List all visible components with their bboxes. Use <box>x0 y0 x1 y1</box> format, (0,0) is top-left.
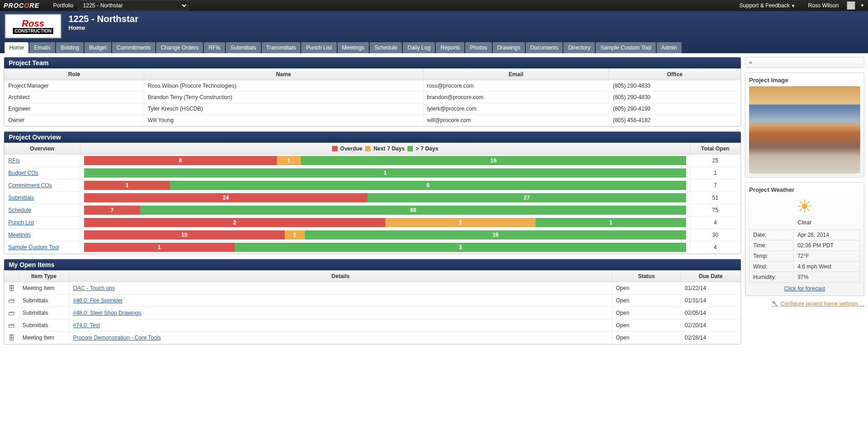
weather-row: Humidity:37% <box>750 272 860 283</box>
overview-bar: 16 <box>84 181 686 190</box>
avatar[interactable] <box>847 1 855 10</box>
project-team-panel: Project Team RoleNameEmailOffice Project… <box>4 57 741 127</box>
project-image-panel: Project Image <box>745 72 864 178</box>
overview-bar: 10119 <box>84 230 686 240</box>
tab-photos[interactable]: Photos <box>465 42 491 53</box>
breadcrumb: Home <box>68 24 138 31</box>
item-details-link[interactable]: #48.0: Steel Shop Drawings <box>73 310 141 316</box>
item-details-link[interactable]: #46.0: Fire Sprinkler <box>73 297 123 304</box>
user-menu-chevron-icon[interactable]: ▼ <box>860 3 864 8</box>
overview-row: Submittals242751 <box>5 192 741 204</box>
weather-status: Clear <box>749 219 860 226</box>
submittal-icon: 🗃 <box>5 319 19 332</box>
item-details-link[interactable]: Procore Demonstration - Core Tools <box>73 334 161 341</box>
tab-commitments[interactable]: Commitments <box>112 42 155 53</box>
overview-bar: 8116 <box>84 156 686 165</box>
team-header-email: Email <box>423 69 609 80</box>
open-items-panel: My Open Items Item TypeDetailsStatusDue … <box>4 259 741 345</box>
weather-row: Wind:4.6 mph West <box>750 262 860 272</box>
overview-col-total: Total Open <box>690 143 741 155</box>
tab-budget[interactable]: Budget <box>85 42 111 53</box>
overview-link-commitment-cos[interactable]: Commitment COs <box>8 182 52 189</box>
meeting-icon: 🗄 <box>5 332 19 344</box>
chevron-right-icon: » <box>749 59 752 66</box>
overview-link-rfis[interactable]: RFIs <box>8 157 20 164</box>
project-image <box>749 86 860 173</box>
items-header: Due Date <box>681 271 741 282</box>
overview-total: 4 <box>690 217 741 229</box>
sidebar-collapse-toggle[interactable]: » <box>745 57 864 68</box>
project-header: Ross CONSTRUCTION 1225 - Northstar Home … <box>0 11 868 53</box>
tab-punch-list[interactable]: Punch List <box>301 42 336 53</box>
support-feedback-link[interactable]: Support & Feedback▼ <box>735 2 800 9</box>
overview-col-label: Overview <box>5 143 80 155</box>
topbar: PROCORE Portfolio 1225 - Northstar Suppo… <box>0 0 868 11</box>
portfolio-link[interactable]: Portfolio <box>49 2 78 9</box>
overview-row: Budget COs11 <box>5 167 741 179</box>
overview-bar: 768 <box>84 206 686 215</box>
tab-submittals[interactable]: Submittals <box>226 42 261 53</box>
nav-tabs: HomeEmailsBiddingBudgetCommitmentsChange… <box>5 42 863 53</box>
tab-sample-custom-tool[interactable]: Sample Custom Tool <box>596 42 656 53</box>
project-overview-panel: Project Overview Overview Overdue Next 7… <box>4 131 741 254</box>
tab-reports[interactable]: Reports <box>436 42 464 53</box>
open-items-table: Item TypeDetailsStatusDue Date 🗄Meeting … <box>4 270 741 344</box>
item-details-link[interactable]: OAC - Touch ups <box>73 285 115 291</box>
open-item-row: 🗃Submittals#48.0: Steel Shop DrawingsOpe… <box>5 307 741 319</box>
weather-row: Time:02:36 PM PDT <box>750 240 860 251</box>
submittal-icon: 🗃 <box>5 307 19 319</box>
overview-total: 1 <box>690 167 741 179</box>
tab-rfis[interactable]: RFIs <box>204 42 225 53</box>
tab-schedule[interactable]: Schedule <box>370 42 402 53</box>
overview-row: Commitment COs167 <box>5 179 741 192</box>
item-details-link[interactable]: #74.0: Test <box>73 322 100 329</box>
app-logo: PROCORE <box>4 2 39 9</box>
overview-bar: 211 <box>84 218 686 227</box>
tab-drawings[interactable]: Drawings <box>493 42 525 53</box>
tab-documents[interactable]: Documents <box>526 42 563 53</box>
user-menu[interactable]: Ross Wilson <box>803 2 843 9</box>
overview-total: 7 <box>690 179 741 192</box>
team-header-role: Role <box>5 69 144 80</box>
overview-total: 4 <box>690 241 741 254</box>
overview-bar: 2427 <box>84 193 686 202</box>
overview-link-schedule[interactable]: Schedule <box>8 207 31 213</box>
tab-bidding[interactable]: Bidding <box>56 42 84 53</box>
configure-home-link[interactable]: 🔧 Configure project home settings ... <box>745 301 864 307</box>
overview-bar: 1 <box>84 168 686 178</box>
overview-link-submittals[interactable]: Submittals <box>8 195 34 201</box>
open-item-row: 🗃Submittals#74.0: TestOpen02/20/14 <box>5 319 741 332</box>
team-header-office: Office <box>609 69 741 80</box>
open-item-row: 🗄Meeting ItemProcore Demonstration - Cor… <box>5 332 741 344</box>
tab-emails[interactable]: Emails <box>29 42 55 53</box>
company-logo: Ross CONSTRUCTION <box>5 14 62 39</box>
overview-link-punch-list[interactable]: Punch List <box>8 219 34 226</box>
tab-home[interactable]: Home <box>5 42 28 53</box>
overview-row: Meetings1011930 <box>5 229 741 241</box>
project-weather-title: Project Weather <box>749 186 860 193</box>
tab-directory[interactable]: Directory <box>564 42 595 53</box>
open-item-row: 🗄Meeting ItemOAC - Touch upsOpen01/22/14 <box>5 282 741 295</box>
forecast-link[interactable]: Click for forecast <box>749 285 860 292</box>
overview-link-meetings[interactable]: Meetings <box>8 232 31 238</box>
open-item-row: 🗃Submittals#46.0: Fire SprinklerOpen01/3… <box>5 295 741 307</box>
overview-total: 25 <box>690 155 741 167</box>
overview-total: 75 <box>690 204 741 217</box>
tab-admin[interactable]: Admin <box>657 42 682 53</box>
legend-swatch-next7 <box>365 146 371 151</box>
overview-legend-header: Overdue Next 7 Days > 7 Days <box>80 143 690 155</box>
overview-table: Overview Overdue Next 7 Days > 7 Days To… <box>4 143 741 254</box>
overview-row: Punch List2114 <box>5 217 741 229</box>
tab-change-orders[interactable]: Change Orders <box>156 42 203 53</box>
overview-link-sample-custom-tool[interactable]: Sample Custom Tool <box>8 244 59 251</box>
weather-table: Date:Apr 28, 2014Time:02:36 PM PDTTemp:7… <box>749 229 860 283</box>
tab-transmittals[interactable]: Transmittals <box>262 42 301 53</box>
project-select[interactable]: 1225 - Northstar <box>78 0 188 11</box>
chevron-down-icon: ▼ <box>791 4 795 8</box>
tab-meetings[interactable]: Meetings <box>338 42 369 53</box>
tab-daily-log[interactable]: Daily Log <box>403 42 435 53</box>
open-items-header: My Open Items <box>4 259 741 270</box>
overview-total: 30 <box>690 229 741 241</box>
legend-swatch-gt7 <box>407 146 413 151</box>
overview-link-budget-cos[interactable]: Budget COs <box>8 170 38 176</box>
